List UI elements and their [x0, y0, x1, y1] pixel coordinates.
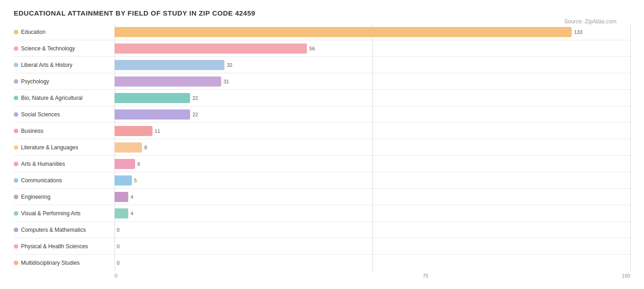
- bar-fill: [115, 159, 135, 169]
- bar-label-text: Visual & Performing Arts: [21, 210, 81, 217]
- bar-label: Liberal Arts & History: [14, 62, 115, 68]
- bar-value-label: 4: [131, 194, 133, 200]
- bar-row: Science & Technology56: [14, 40, 630, 57]
- bar-area: 31: [115, 73, 630, 89]
- bar-fill: [115, 93, 190, 103]
- bar-area: 5: [115, 172, 630, 188]
- bar-area: 4: [115, 189, 630, 205]
- bars-wrapper: Education133Science & Technology56Libera…: [14, 24, 630, 271]
- bar-value-label: 5: [134, 178, 137, 183]
- bar-dot: [14, 228, 18, 232]
- bar-dot: [14, 145, 18, 150]
- bar-row: Literature & Languages8: [14, 139, 630, 156]
- bar-value-label: 0: [117, 227, 120, 233]
- bar-fill: [115, 44, 307, 54]
- bar-label: Multidisciplinary Studies: [14, 260, 115, 266]
- bar-row: Arts & Humanities6: [14, 156, 630, 172]
- bar-label: Science & Technology: [14, 45, 115, 52]
- bar-row: Visual & Performing Arts4: [14, 205, 630, 222]
- bar-fill: [115, 142, 142, 153]
- bar-row: Multidisciplinary Studies0: [14, 255, 630, 271]
- bar-label-text: Liberal Arts & History: [21, 62, 72, 68]
- bar-row: Engineering4: [14, 189, 630, 205]
- bar-row: Social Sciences22: [14, 106, 630, 123]
- bar-value-label: 6: [137, 161, 140, 167]
- bar-row: Psychology31: [14, 73, 630, 90]
- bar-label: Engineering: [14, 194, 115, 200]
- bar-dot: [14, 79, 18, 84]
- bar-dot: [14, 30, 18, 34]
- chart-container: Education133Science & Technology56Libera…: [14, 24, 630, 278]
- bar-area: 8: [115, 139, 630, 155]
- bar-label: Social Sciences: [14, 111, 115, 118]
- bar-value-label: 11: [155, 128, 160, 134]
- bar-area: 0: [115, 222, 630, 238]
- bar-label: Physical & Health Sciences: [14, 243, 115, 250]
- bar-value-label: 22: [192, 95, 198, 101]
- bar-row: Computers & Mathematics0: [14, 222, 630, 238]
- bar-label-text: Social Sciences: [21, 111, 60, 118]
- bar-value-label: 56: [309, 46, 315, 51]
- bar-area: 0: [115, 238, 630, 254]
- bar-fill: [115, 208, 128, 218]
- bar-dot: [14, 211, 18, 216]
- bar-label-text: Education: [21, 29, 45, 35]
- bar-label: Visual & Performing Arts: [14, 210, 115, 217]
- bar-label: Business: [14, 128, 115, 134]
- bar-area: 56: [115, 40, 630, 56]
- bar-dot: [14, 112, 18, 117]
- bar-dot: [14, 162, 18, 166]
- bar-fill: [115, 175, 132, 185]
- bar-label-text: Arts & Humanities: [21, 161, 65, 167]
- bar-area: 133: [115, 24, 630, 40]
- x-axis-label: 0: [115, 273, 117, 278]
- bar-row: Education133: [14, 24, 630, 40]
- bar-dot: [14, 46, 18, 51]
- bar-dot: [14, 96, 18, 100]
- bar-label-text: Science & Technology: [21, 45, 75, 52]
- bar-area: 22: [115, 90, 630, 106]
- bar-row: Physical & Health Sciences0: [14, 238, 630, 255]
- bar-area: 22: [115, 106, 630, 122]
- bar-label: Arts & Humanities: [14, 161, 115, 167]
- bar-fill: [115, 27, 572, 37]
- bar-dot: [14, 63, 18, 67]
- bar-value-label: 0: [117, 260, 120, 266]
- bar-fill: [115, 60, 224, 70]
- bar-label-text: Communications: [21, 177, 62, 184]
- bar-value-label: 22: [192, 112, 198, 117]
- bar-label-text: Literature & Languages: [21, 144, 78, 151]
- bar-value-label: 31: [224, 79, 229, 84]
- bar-dot: [14, 244, 18, 249]
- bar-fill: [115, 76, 221, 87]
- bar-dot: [14, 195, 18, 199]
- bar-value-label: 0: [117, 244, 120, 249]
- bar-area: 6: [115, 156, 630, 172]
- bar-label: Computers & Mathematics: [14, 227, 115, 233]
- bar-value-label: 4: [131, 211, 133, 216]
- x-axis-label: 75: [423, 273, 428, 278]
- bar-value-label: 8: [144, 145, 147, 150]
- bar-fill: [115, 126, 153, 136]
- bar-label-text: Bio, Nature & Agricultural: [21, 95, 82, 101]
- bar-label-text: Engineering: [21, 194, 50, 200]
- bar-label: Psychology: [14, 78, 115, 85]
- bar-label-text: Psychology: [21, 78, 49, 85]
- bar-row: Liberal Arts & History32: [14, 57, 630, 73]
- chart-title: EDUCATIONAL ATTAINMENT BY FIELD OF STUDY…: [14, 9, 630, 17]
- bar-dot: [14, 178, 18, 183]
- bar-label-text: Physical & Health Sciences: [21, 243, 88, 250]
- bar-label-text: Business: [21, 128, 44, 134]
- bar-fill: [115, 109, 190, 120]
- bar-label: Literature & Languages: [14, 144, 115, 151]
- bar-value-label: 133: [574, 29, 582, 35]
- bar-label: Communications: [14, 177, 115, 184]
- bar-label: Bio, Nature & Agricultural: [14, 95, 115, 101]
- bar-area: 32: [115, 57, 630, 73]
- bar-area: 0: [115, 255, 630, 271]
- bar-label: Education: [14, 29, 115, 35]
- bar-area: 11: [115, 123, 630, 139]
- bar-dot: [14, 261, 18, 265]
- bar-row: Business11: [14, 123, 630, 139]
- bar-area: 4: [115, 205, 630, 221]
